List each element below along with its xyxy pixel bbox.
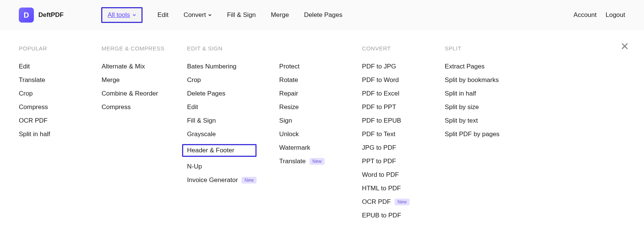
- link-extract-pages[interactable]: Extract Pages: [445, 63, 505, 70]
- link-invoice-generator-label: Invoice Generator: [187, 176, 238, 184]
- nav-all-tools[interactable]: All tools: [101, 7, 143, 23]
- link-split-pdf-by-pages[interactable]: Split PDF by pages: [445, 131, 505, 138]
- col-edit-sign-a: EDIT & SIGN Bates Numbering Crop Delete …: [187, 45, 257, 219]
- col-merge-compress: MERGE & COMPRESS Alternate & Mix Merge C…: [102, 45, 164, 219]
- link-pdf-to-word[interactable]: PDF to Word: [362, 76, 422, 84]
- nav-account[interactable]: Account: [574, 11, 597, 19]
- col-popular: POPULAR Edit Translate Crop Compress OCR…: [19, 45, 79, 219]
- col-header-edit-sign: EDIT & SIGN: [187, 45, 257, 52]
- link-pdf-to-excel[interactable]: PDF to Excel: [362, 90, 422, 97]
- logo[interactable]: D DeftPDF: [19, 8, 64, 23]
- link-compress[interactable]: Compress: [102, 103, 164, 111]
- link-pdf-to-jpg[interactable]: PDF to JPG: [362, 63, 422, 70]
- link-grayscale[interactable]: Grayscale: [187, 131, 257, 138]
- link-split-in-half[interactable]: Split in half: [19, 131, 79, 138]
- link-combine-reorder[interactable]: Combine & Reorder: [102, 90, 164, 97]
- link-watermark[interactable]: Watermark: [279, 144, 339, 152]
- chevron-down-icon: [132, 13, 136, 17]
- link-split-in-half[interactable]: Split in half: [445, 90, 505, 97]
- link-split-by-size[interactable]: Split by size: [445, 103, 505, 111]
- link-crop[interactable]: Crop: [19, 90, 79, 97]
- link-unlock[interactable]: Unlock: [279, 131, 339, 138]
- link-split-by-bookmarks[interactable]: Split by bookmarks: [445, 76, 505, 84]
- new-badge: New: [395, 199, 410, 205]
- nav-delete-pages[interactable]: Delete Pages: [304, 11, 342, 19]
- link-bates-numbering[interactable]: Bates Numbering: [187, 63, 257, 70]
- logo-icon: D: [19, 8, 34, 23]
- link-jpg-to-pdf[interactable]: JPG to PDF: [362, 144, 422, 152]
- link-word-to-pdf[interactable]: Word to PDF: [362, 171, 422, 179]
- nav-all-tools-label: All tools: [108, 11, 130, 19]
- link-pdf-to-ppt[interactable]: PDF to PPT: [362, 103, 422, 111]
- nav-fill-sign[interactable]: Fill & Sign: [227, 11, 256, 19]
- main-nav: All tools Edit Convert Fill & Sign Merge…: [101, 7, 574, 23]
- new-badge: New: [242, 177, 257, 184]
- link-pdf-to-text[interactable]: PDF to Text: [362, 131, 422, 138]
- link-translate[interactable]: Translate: [19, 76, 79, 84]
- mega-menu: ✕ POPULAR Edit Translate Crop Compress O…: [0, 30, 644, 231]
- link-translate[interactable]: Translate New: [279, 158, 339, 165]
- header: D DeftPDF All tools Edit Convert Fill & …: [0, 0, 644, 30]
- col-header-popular: POPULAR: [19, 45, 79, 52]
- link-edit[interactable]: Edit: [187, 103, 257, 111]
- link-resize[interactable]: Resize: [279, 103, 339, 111]
- link-crop[interactable]: Crop: [187, 76, 257, 84]
- col-split: SPLIT Extract Pages Split by bookmarks S…: [445, 45, 505, 219]
- col-header-merge-compress: MERGE & COMPRESS: [102, 45, 164, 52]
- link-invoice-generator[interactable]: Invoice Generator New: [187, 176, 257, 184]
- new-badge: New: [310, 158, 325, 165]
- link-rotate[interactable]: Rotate: [279, 76, 339, 84]
- nav-convert[interactable]: Convert: [184, 11, 212, 19]
- col-edit-sign-b: . Protect Rotate Repair Resize Sign Unlo…: [279, 45, 339, 219]
- link-edit[interactable]: Edit: [19, 63, 79, 70]
- link-repair[interactable]: Repair: [279, 90, 339, 97]
- link-translate-label: Translate: [279, 158, 305, 165]
- link-header-footer[interactable]: Header & Footer: [182, 144, 257, 157]
- link-ppt-to-pdf[interactable]: PPT to PDF: [362, 158, 422, 165]
- link-n-up[interactable]: N-Up: [187, 163, 257, 170]
- link-merge[interactable]: Merge: [102, 76, 164, 84]
- nav-merge[interactable]: Merge: [271, 11, 289, 19]
- link-split-by-text[interactable]: Split by text: [445, 117, 505, 124]
- link-pdf-to-epub[interactable]: PDF to EPUB: [362, 117, 422, 124]
- link-sign[interactable]: Sign: [279, 117, 339, 124]
- link-delete-pages[interactable]: Delete Pages: [187, 90, 257, 97]
- nav-convert-label: Convert: [184, 11, 206, 19]
- link-html-to-pdf[interactable]: HTML to PDF: [362, 185, 422, 192]
- link-alternate-mix[interactable]: Alternate & Mix: [102, 63, 164, 70]
- link-protect[interactable]: Protect: [279, 63, 339, 70]
- col-header-convert: CONVERT: [362, 45, 422, 52]
- chevron-down-icon: [208, 13, 212, 17]
- link-epub-to-pdf[interactable]: EPUB to PDF: [362, 212, 422, 219]
- logo-text: DeftPDF: [38, 11, 64, 19]
- nav-edit[interactable]: Edit: [158, 11, 169, 19]
- right-nav: Account Logout: [574, 11, 625, 19]
- link-ocr-pdf[interactable]: OCR PDF New: [362, 198, 422, 206]
- link-ocr-pdf[interactable]: OCR PDF: [19, 117, 79, 124]
- col-header-split: SPLIT: [445, 45, 505, 52]
- col-convert: CONVERT PDF to JPG PDF to Word PDF to Ex…: [362, 45, 422, 219]
- link-ocr-pdf-label: OCR PDF: [362, 198, 391, 206]
- close-icon[interactable]: ✕: [620, 41, 629, 52]
- link-fill-sign[interactable]: Fill & Sign: [187, 117, 257, 124]
- nav-logout[interactable]: Logout: [606, 11, 625, 19]
- link-compress[interactable]: Compress: [19, 103, 79, 111]
